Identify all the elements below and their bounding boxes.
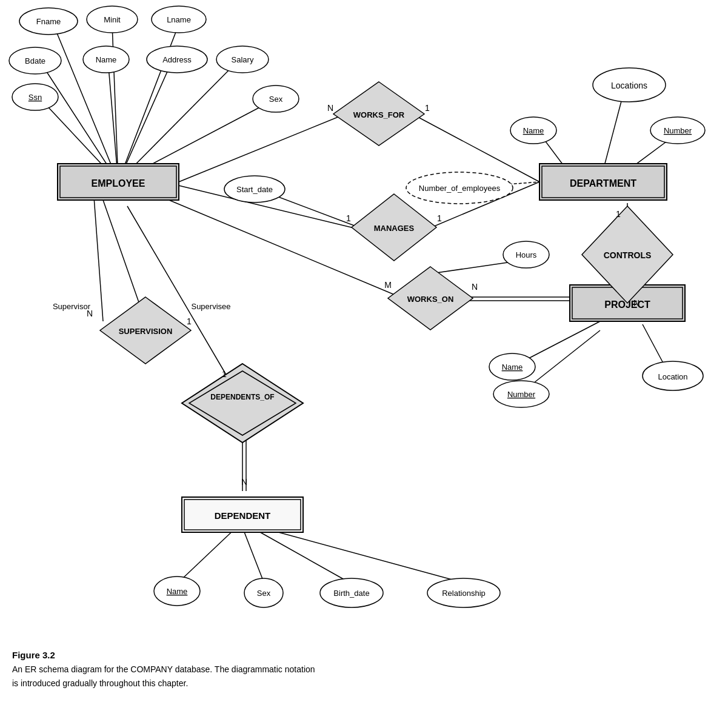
manages-label: MANAGES [374,224,415,233]
figure-caption: Figure 3.2 An ER schema diagram for the … [12,648,315,690]
fname-attr: Fname [36,17,61,26]
manages-1a: 1 [346,213,351,223]
caption-line2: is introduced gradually throughout this … [12,677,315,690]
svg-line-32 [179,527,236,582]
supervision-n: 1 [187,316,192,326]
proj-name-attr: Name [502,363,523,372]
svg-line-34 [252,527,349,582]
salary-attr: Salary [232,55,254,64]
dependent-label: DEPENDENT [215,510,271,521]
works-for-label: WORKS_FOR [353,110,405,119]
address-attr: Address [162,55,192,64]
works-on-label: WORKS_ON [407,295,454,304]
department-label: DEPARTMENT [570,178,636,189]
locations-attr: Locations [611,81,647,90]
dept-name-attr: Name [523,126,544,135]
emp-sex-attr: Sex [269,95,283,104]
lname-attr: Lname [167,15,191,24]
hours-attr: Hours [516,250,537,259]
figure-title: Figure 3.2 [12,648,315,663]
works-for-1: 1 [425,103,430,113]
birth-date-attr: Birth_date [333,589,369,598]
controls-n: N [633,298,640,308]
svg-line-9 [179,114,346,182]
dept-number-attr: Number [664,126,692,135]
minit-attr: Minit [104,15,121,24]
supervisor-label: Supervisor [53,302,91,311]
svg-line-33 [242,527,264,582]
num-employees-attr: Number_of_employees [419,184,501,193]
ssn-attr: Ssn [28,93,42,102]
svg-line-28 [94,197,103,321]
supervision-label: SUPERVISION [119,327,173,336]
svg-line-25 [527,330,600,388]
dependents-of-label: DEPENDENTS_OF [210,393,274,401]
dependents-of-n: N [241,477,247,487]
works-for-n: N [327,103,333,113]
controls-label: CONTROLS [604,250,652,260]
manages-1b: 1 [437,213,442,223]
works-on-m: M [384,280,392,290]
svg-line-24 [518,321,600,364]
employee-label: EMPLOYEE [92,178,145,189]
supervisee-label: Supervisee [191,302,230,311]
svg-marker-49 [182,364,303,443]
location-attr: Location [658,372,687,381]
svg-line-35 [261,527,461,582]
dep-name-attr: Name [167,587,188,596]
works-on-n: N [472,282,478,292]
controls-1: 1 [616,209,621,219]
emp-name-attr: Name [96,55,117,64]
start-date-attr: Start_date [236,185,273,194]
relationship-attr: Relationship [442,589,486,598]
bdate-attr: Bdate [25,56,45,65]
dep-sex-attr: Sex [257,589,271,598]
caption-line1: An ER schema diagram for the COMPANY dat… [12,663,315,676]
dependents-of-1: 1 [222,369,227,379]
proj-number-attr: Number [507,390,536,399]
